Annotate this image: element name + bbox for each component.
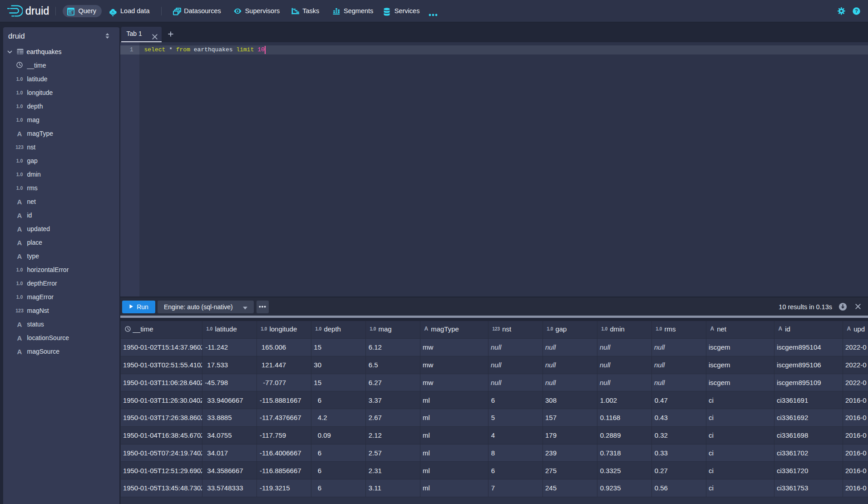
svg-text:?: ? <box>855 8 858 14</box>
